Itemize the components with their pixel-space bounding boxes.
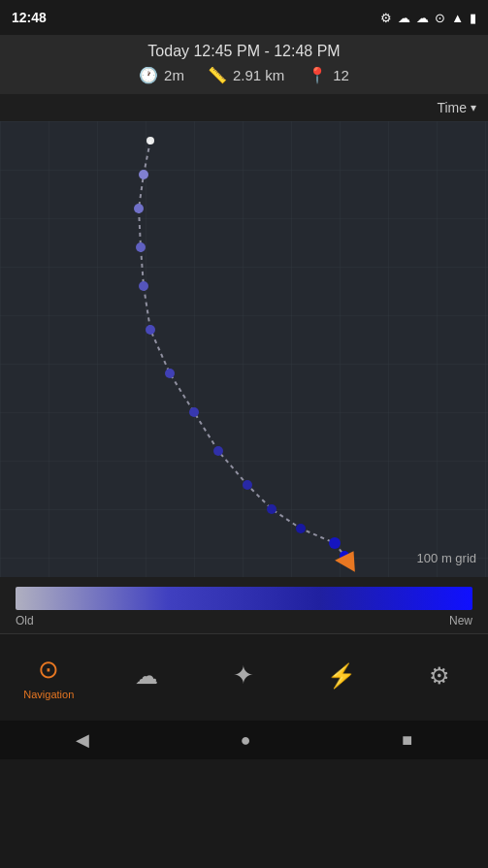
status-icons: ⚙ ☁ ☁ ⊙ ▲ ▮ xyxy=(380,11,476,25)
navigation-icon: ⊙ xyxy=(38,655,59,685)
nav-item-angle[interactable]: ⚡ xyxy=(293,662,391,693)
color-bar-section: Old New xyxy=(0,577,488,633)
star-icon: ✦ xyxy=(233,660,254,691)
status-time: 12:48 xyxy=(12,10,47,25)
svg-point-1 xyxy=(146,137,154,145)
header: Today 12:45 PM - 12:48 PM 🕐 2m 📏 2.91 km… xyxy=(0,35,488,94)
bottom-nav: ⊙ Navigation ☁ ✦ ⚡ ⚙ xyxy=(0,633,488,721)
waypoints-stat: 📍 12 xyxy=(308,66,349,84)
color-bar xyxy=(16,587,472,610)
weather-icon: ☁ xyxy=(135,662,158,690)
svg-point-7 xyxy=(165,369,175,378)
ruler-icon: 📏 xyxy=(208,66,227,84)
color-bar-new-label: New xyxy=(449,614,472,627)
svg-point-5 xyxy=(139,281,148,291)
cloud2-icon: ☁ xyxy=(416,11,429,25)
settings-icon: ⚙ xyxy=(380,11,392,25)
svg-point-12 xyxy=(296,524,306,533)
svg-point-8 xyxy=(189,407,199,417)
home-button[interactable]: ● xyxy=(241,730,251,751)
angle-icon: ⚡ xyxy=(327,662,356,690)
svg-point-9 xyxy=(213,446,223,456)
grid-label: 100 m grid xyxy=(417,551,476,565)
svg-point-4 xyxy=(136,242,146,252)
svg-point-10 xyxy=(243,480,252,490)
svg-point-11 xyxy=(267,504,277,514)
status-bar: 12:48 ⚙ ☁ ☁ ⊙ ▲ ▮ xyxy=(0,0,488,35)
recents-button[interactable]: ■ xyxy=(402,730,412,751)
track-title: Today 12:45 PM - 12:48 PM xyxy=(0,43,488,60)
svg-point-2 xyxy=(139,170,148,179)
nav-item-settings[interactable]: ⚙ xyxy=(390,662,488,693)
pin-icon: 📍 xyxy=(308,66,327,84)
cloud-icon: ☁ xyxy=(398,11,410,25)
svg-point-13 xyxy=(329,537,341,549)
track-visualization xyxy=(0,121,488,577)
chevron-down-icon: ▾ xyxy=(471,101,476,114)
time-filter-label: Time xyxy=(437,100,467,115)
waypoints-value: 12 xyxy=(333,67,349,83)
distance-value: 2.91 km xyxy=(233,67,284,83)
svg-point-6 xyxy=(146,325,155,335)
location-icon: ⊙ xyxy=(435,11,445,25)
battery-icon: ▮ xyxy=(470,11,476,25)
nav-item-navigation[interactable]: ⊙ Navigation xyxy=(0,655,98,700)
back-button[interactable]: ◀ xyxy=(76,729,89,751)
wifi-icon: ▲ xyxy=(451,11,464,25)
system-nav: ◀ ● ■ xyxy=(0,721,488,759)
duration-value: 2m xyxy=(164,67,184,83)
distance-stat: 📏 2.91 km xyxy=(208,66,284,84)
nav-navigation-label: Navigation xyxy=(23,689,74,700)
duration-stat: 🕐 2m xyxy=(139,66,184,84)
header-stats: 🕐 2m 📏 2.91 km 📍 12 xyxy=(0,66,488,84)
gear-icon: ⚙ xyxy=(429,662,450,690)
nav-item-star[interactable]: ✦ xyxy=(195,660,293,694)
color-bar-labels: Old New xyxy=(16,614,472,627)
clock-icon: 🕐 xyxy=(139,66,158,84)
svg-point-3 xyxy=(134,204,144,213)
color-bar-old-label: Old xyxy=(16,614,34,627)
map-area: 100 m grid xyxy=(0,121,488,577)
time-filter[interactable]: Time ▾ xyxy=(0,94,488,121)
nav-item-weather[interactable]: ☁ xyxy=(98,662,196,693)
svg-rect-0 xyxy=(0,121,488,577)
